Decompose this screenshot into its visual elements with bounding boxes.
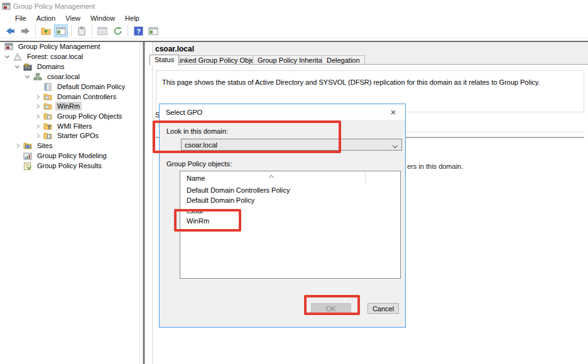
help-button[interactable]: ? (131, 24, 145, 37)
cancel-button[interactable]: Cancel (368, 303, 399, 314)
chevron-collapsed-icon[interactable] (35, 133, 40, 137)
chevron-collapsed-icon[interactable] (35, 104, 40, 108)
sites-icon (23, 142, 33, 149)
chevron-collapsed-icon[interactable] (15, 143, 19, 147)
dialog-title: Select GPO (166, 109, 202, 116)
back-button[interactable] (3, 24, 17, 37)
tree-item-starter-gpos[interactable]: Starter GPOs (34, 131, 101, 141)
refresh-icon (113, 26, 122, 36)
toolbar-separator (128, 25, 128, 36)
clipboard-icon (77, 26, 86, 36)
group-policy-management-window: Group Policy Management File Action View… (0, 0, 588, 364)
tab-label: Status (155, 56, 174, 63)
refresh-button[interactable] (111, 24, 124, 37)
tree-item-label: Group Policy Modeling (35, 151, 109, 160)
tree-item-group-policy-results[interactable]: Group Policy Results (14, 161, 104, 171)
close-icon[interactable]: × (386, 105, 400, 118)
occluded-text-fragment-right: ers in this domain. (407, 163, 463, 170)
menu-item-view[interactable]: View (60, 13, 85, 23)
tree-item-domain-controllers[interactable]: Domain Controllers (34, 92, 118, 102)
pane-splitter[interactable] (143, 42, 145, 364)
console-tree-icon (56, 27, 66, 35)
chevron-collapsed-icon[interactable] (35, 124, 40, 128)
window-list-icon (97, 27, 107, 35)
menu-item-file[interactable]: File (10, 13, 31, 23)
tab-delegation[interactable]: Delegation (322, 55, 365, 65)
list-item-default-domain-policy[interactable]: Default Domain Policy (187, 195, 254, 205)
tree-item-label: Group Policy Objects (55, 112, 124, 120)
tree-item-label: Group Policy Management (16, 42, 102, 51)
toolbar: ? (0, 24, 588, 38)
toolbar-separator (71, 25, 72, 36)
tab-label: Linked Group Policy Objects (176, 56, 263, 64)
tree-item-domains[interactable]: Domains (14, 62, 66, 72)
chevron-expanded-icon[interactable] (15, 63, 19, 68)
tree-item-label: Group Policy Results (35, 161, 104, 170)
tree-item-label: Sites (35, 141, 54, 150)
dialog-titlebar: Select GPO × (160, 104, 405, 120)
window-titlebar: Group Policy Management (0, 0, 588, 13)
forward-button[interactable] (18, 24, 32, 37)
forward-arrow-icon (21, 27, 30, 35)
chevron-collapsed-icon[interactable] (35, 114, 40, 118)
tab-status[interactable]: Status (150, 55, 179, 65)
gpo-icon (43, 83, 53, 91)
status-description-text: This page shows the status of Active Dir… (162, 78, 577, 86)
tree-item-label: Forest: csoar.local (25, 52, 85, 61)
show-console-tree-button[interactable] (54, 24, 68, 37)
window-title: Group Policy Management (13, 3, 95, 10)
tree-item-group-policy-management[interactable]: Group Policy Management (4, 41, 102, 51)
list-item-label: Default Domain Controllers Policy (187, 186, 290, 194)
menu-item-window[interactable]: Window (85, 13, 120, 23)
tree-item-forest[interactable]: Forest: csoar.local (4, 51, 85, 62)
folder-icon (43, 102, 53, 110)
up-one-level-button[interactable] (39, 24, 53, 37)
gpmc-app-icon (4, 42, 14, 51)
annotation-box-winrm-item (174, 209, 241, 232)
tree-item-sites[interactable]: Sites (14, 141, 54, 151)
gpo-list-header[interactable]: Name (180, 171, 400, 184)
domains-icon (23, 63, 33, 71)
menu-item-help[interactable]: Help (120, 13, 144, 23)
console-window-icon (148, 27, 158, 35)
console-window-button[interactable] (146, 24, 160, 37)
help-icon: ? (134, 26, 143, 36)
page-title: csoar.local (155, 45, 194, 53)
tree-item-group-policy-modeling[interactable]: Group Policy Modeling (14, 151, 109, 161)
tree-item-label: Default Domain Policy (55, 82, 127, 91)
folder-icon (43, 93, 53, 100)
annotation-box-ok-button (304, 295, 360, 315)
menu-bar: File Action View Window Help (0, 13, 588, 24)
list-item-default-domain-controllers-policy[interactable]: Default Domain Controllers Policy (187, 185, 290, 195)
folder-wmi-icon (43, 122, 53, 130)
export-list-button[interactable] (95, 24, 109, 37)
tree-item-default-domain-policy[interactable]: Default Domain Policy (34, 82, 127, 92)
sort-ascending-icon (269, 175, 274, 180)
chevron-expanded-icon[interactable] (25, 73, 30, 78)
tree-item-label: Domains (35, 62, 66, 71)
column-divider[interactable] (365, 172, 366, 184)
domain-icon (33, 73, 43, 81)
tree-item-winrm[interactable]: WinRm (34, 101, 82, 111)
chevron-down-icon (393, 143, 398, 148)
tree-item-label: csoar.local (45, 72, 82, 81)
toolbar-divider (0, 38, 588, 38)
tree-item-group-policy-objects[interactable]: Group Policy Objects (34, 111, 124, 121)
tree-item-wmi-filters[interactable]: WMI Filters (34, 121, 94, 131)
annotation-box-domain-dropdown (153, 120, 341, 153)
clipboard-button[interactable] (75, 24, 89, 37)
tree-item-label: Domain Controllers (55, 92, 118, 101)
tree-item-label: WMI Filters (55, 122, 94, 131)
chevron-expanded-icon[interactable] (5, 53, 9, 58)
chevron-collapsed-icon[interactable] (35, 94, 40, 99)
tab-label: Delegation (327, 56, 360, 64)
column-header-name[interactable]: Name (187, 174, 205, 182)
menu-item-action[interactable]: Action (31, 13, 61, 23)
back-arrow-icon (6, 27, 15, 35)
tree-item-label: Starter GPOs (55, 131, 101, 140)
tree-item-label: WinRm (55, 102, 82, 110)
tab-strip-border (153, 64, 588, 65)
toolbar-separator (92, 25, 92, 36)
tree-item-domain-csoar-local[interactable]: csoar.local (24, 72, 82, 82)
list-item-label: Default Domain Policy (187, 196, 254, 204)
